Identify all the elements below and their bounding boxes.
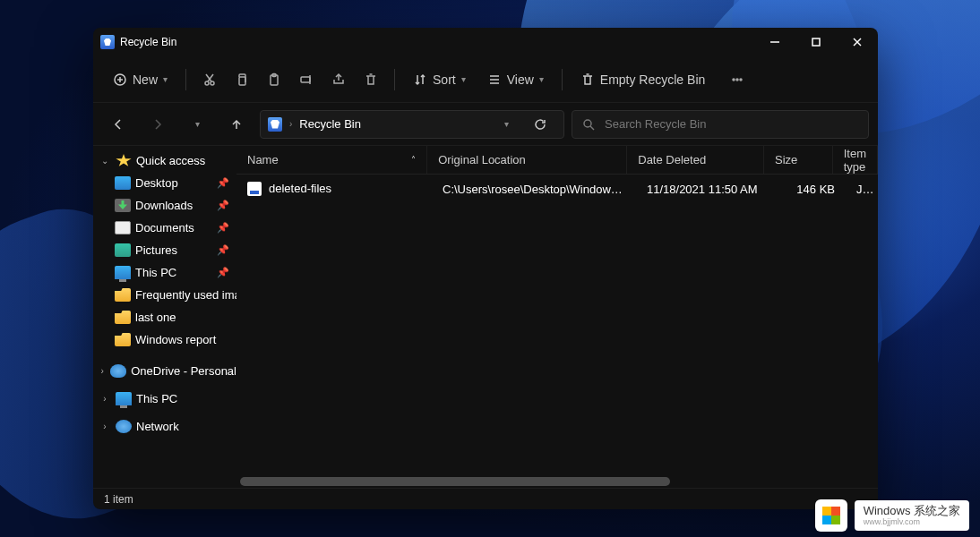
sidebar-item[interactable]: Windows report [93,328,236,351]
recent-button[interactable]: ▾ [181,110,213,139]
paste-button[interactable] [260,64,288,96]
chevron-right-icon: › [289,119,292,129]
sidebar-item-this-pc[interactable]: › This PC [93,388,236,410]
chevron-right-icon: › [99,394,111,404]
minimize-button[interactable] [754,28,795,56]
pin-icon: 📌 [217,200,229,211]
folder-icon [115,288,131,302]
sidebar-item[interactable]: Documents📌 [93,217,236,239]
view-button[interactable]: View ▾ [478,64,553,96]
forward-button[interactable] [142,110,174,139]
sidebar-item-quick-access[interactable]: ⌄ Quick access [93,149,236,172]
svg-line-23 [590,126,594,130]
svg-rect-1 [812,38,820,46]
svg-rect-11 [239,77,245,85]
copy-button[interactable] [228,64,256,96]
back-button[interactable] [102,110,134,139]
search-icon [581,117,596,132]
column-date-deleted[interactable]: Date Deleted [627,146,764,174]
rename-button[interactable] [292,64,321,96]
windows-logo-icon [822,507,840,524]
svg-point-8 [211,81,214,85]
folder-icon [115,311,131,324]
file-row[interactable]: deleted-files C:\Users\rosee\Desktop\Win… [236,175,878,203]
sidebar-item-onedrive[interactable]: › OneDrive - Personal [93,360,236,382]
pin-icon: 📌 [217,244,229,256]
more-button[interactable] [723,64,752,96]
toolbar: New ▾ Sort ▾ View ▾ Empty Recycle Bin [93,56,878,103]
watermark: Windows 系统之家 www.bjjmlv.com [815,499,969,532]
folder-icon [115,199,131,212]
trash-icon [580,72,595,87]
column-original-location[interactable]: Original Location [427,146,627,174]
sort-button[interactable]: Sort ▾ [404,64,475,96]
file-explorer-window: Recycle Bin New ▾ Sort ▾ View ▾ [93,28,878,509]
address-bar: ▾ › Recycle Bin ▾ Search Recycle Bin [93,103,878,146]
svg-point-21 [740,79,742,81]
breadcrumb[interactable]: › Recycle Bin ▾ [260,110,564,139]
status-bar: 1 item [93,488,878,509]
column-size[interactable]: Size [764,146,833,174]
new-button[interactable]: New ▾ [104,64,176,96]
sidebar-item[interactable]: Pictures📌 [93,239,236,261]
refresh-button[interactable] [524,110,556,139]
folder-icon [115,243,131,257]
folder-icon [115,221,131,234]
up-button[interactable] [220,110,253,139]
window-title: Recycle Bin [120,36,176,48]
sidebar-item[interactable]: Desktop📌 [93,172,236,194]
folder-icon [115,176,131,190]
empty-recycle-bin-button[interactable]: Empty Recycle Bin [572,64,714,96]
svg-point-7 [205,81,209,85]
column-headers: Name˄ Original Location Date Deleted Siz… [236,146,878,175]
plus-circle-icon [113,72,127,87]
chevron-down-icon: ▾ [539,74,544,84]
pin-icon: 📌 [217,177,229,189]
chevron-down-icon: ▾ [461,74,466,84]
sort-icon [413,72,427,87]
item-count: 1 item [104,493,133,506]
sidebar-item-network[interactable]: › Network [93,415,236,438]
pc-icon [116,392,132,405]
horizontal-scrollbar[interactable] [236,475,878,488]
svg-point-20 [736,79,738,81]
pin-icon: 📌 [217,267,229,278]
pin-icon: 📌 [217,222,229,234]
delete-button[interactable] [357,64,385,96]
maximize-button[interactable] [795,28,837,56]
search-placeholder: Search Recycle Bin [605,117,706,131]
column-name[interactable]: Name˄ [236,146,427,174]
chevron-down-icon: ▾ [163,74,168,84]
sidebar-item[interactable]: last one [93,306,236,328]
sidebar-item[interactable]: Frequently used images [93,284,236,306]
titlebar[interactable]: Recycle Bin [93,28,878,56]
breadcrumb-dropdown[interactable]: ▾ [490,110,522,139]
share-button[interactable] [324,64,353,96]
sidebar-item[interactable]: Downloads📌 [93,194,236,217]
recycle-bin-icon [268,117,282,132]
svg-point-19 [733,79,735,81]
view-icon [487,72,502,87]
search-input[interactable]: Search Recycle Bin [572,110,869,139]
close-button[interactable] [837,28,878,56]
column-item-type[interactable]: Item type [833,146,878,174]
network-icon [116,420,132,433]
navigation-pane: ⌄ Quick access Desktop📌Downloads📌Documen… [93,146,236,488]
folder-icon [115,333,131,346]
recycle-bin-icon [100,35,115,49]
svg-rect-14 [301,77,310,82]
sort-indicator-icon: ˄ [411,155,416,165]
sidebar-item[interactable]: This PC📌 [93,261,236,284]
file-list: Name˄ Original Location Date Deleted Siz… [236,146,878,488]
star-icon [116,154,132,167]
ellipsis-icon [730,72,744,87]
onedrive-icon [110,364,126,378]
cut-button[interactable] [195,64,224,96]
file-icon [247,182,262,196]
chevron-right-icon: › [99,366,106,376]
chevron-right-icon: › [99,422,111,431]
breadcrumb-segment[interactable]: Recycle Bin [299,117,361,131]
folder-icon [115,266,131,279]
chevron-down-icon: ⌄ [99,156,111,166]
svg-point-22 [584,120,591,127]
